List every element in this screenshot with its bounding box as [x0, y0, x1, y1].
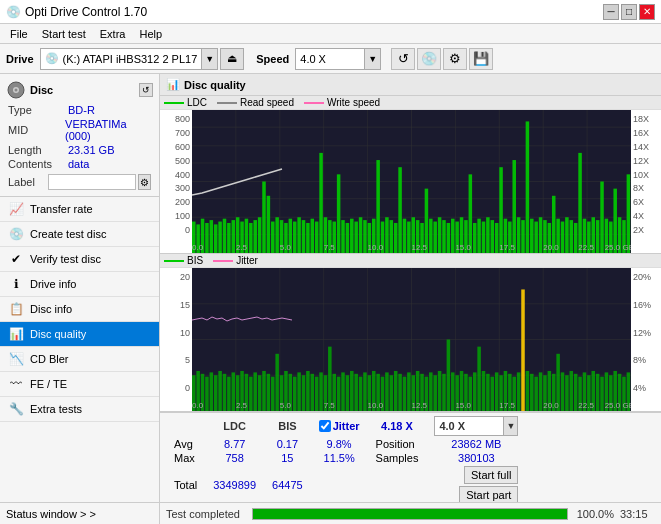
speed-label: Speed: [256, 53, 289, 65]
svg-rect-219: [521, 289, 525, 411]
svg-text:25.0 GB: 25.0 GB: [605, 243, 631, 252]
disc-quality-icon: 📊: [8, 326, 24, 342]
maximize-button[interactable]: □: [621, 4, 637, 20]
menu-help[interactable]: Help: [133, 28, 168, 40]
status-window-toggle[interactable]: Status window > >: [0, 502, 159, 524]
disc-length-label: Length: [8, 144, 68, 156]
close-button[interactable]: ✕: [639, 4, 655, 20]
speed-select-arrow[interactable]: ▼: [365, 48, 381, 70]
svg-rect-112: [596, 220, 600, 253]
save-icon[interactable]: 💾: [469, 48, 493, 70]
app-title: Opti Drive Control 1.70: [25, 5, 147, 19]
chart1-legend: LDC Read speed Write speed: [160, 96, 661, 110]
svg-rect-106: [570, 220, 574, 253]
minimize-button[interactable]: ─: [603, 4, 619, 20]
disc-title: Disc: [30, 84, 53, 96]
svg-rect-192: [403, 377, 407, 411]
stats-speed-select[interactable]: 4.0 X: [434, 416, 504, 436]
sidebar-item-verify-test-disc[interactable]: ✔ Verify test disc: [0, 247, 159, 272]
drive-select-arrow[interactable]: ▼: [202, 48, 218, 70]
eject-button[interactable]: ⏏: [220, 48, 244, 70]
svg-rect-183: [363, 372, 367, 411]
sidebar-item-cd-bler[interactable]: 📉 CD Bler: [0, 347, 159, 372]
sidebar-item-drive-info[interactable]: ℹ Drive info: [0, 272, 159, 297]
max-ldc: 758: [205, 451, 264, 465]
cd-bler-icon: 📉: [8, 351, 24, 367]
chart2-wrapper: 20 15 10 5 0: [160, 268, 661, 411]
svg-rect-33: [249, 223, 253, 253]
sidebar-item-transfer-rate[interactable]: 📈 Transfer rate: [0, 197, 159, 222]
svg-rect-74: [429, 219, 433, 253]
total-bis: 64475: [264, 465, 311, 505]
menu-extra[interactable]: Extra: [94, 28, 132, 40]
svg-rect-76: [438, 217, 442, 253]
svg-rect-177: [337, 377, 341, 411]
read-speed-line-color: [217, 102, 237, 104]
nav-transfer-rate-label: Transfer rate: [30, 203, 93, 215]
stats-max-row: Max 758 15 11.5% Samples 380103: [166, 451, 526, 465]
drive-select[interactable]: 💿 (K:) ATAPI iHBS312 2 PL17: [40, 48, 203, 70]
svg-rect-170: [306, 371, 310, 411]
svg-rect-86: [482, 222, 486, 253]
toolbar-icons: ↺ 💿 ⚙ 💾: [391, 48, 493, 70]
col-ldc-header: LDC: [205, 415, 264, 437]
svg-rect-58: [359, 217, 363, 253]
svg-text:0.0: 0.0: [192, 401, 204, 410]
start-full-button[interactable]: Start full: [464, 466, 518, 484]
svg-rect-75: [433, 222, 437, 253]
speed-select[interactable]: 4.0 X: [295, 48, 365, 70]
titlebar-controls: ─ □ ✕: [603, 4, 655, 20]
chart1-container: LDC Read speed Write speed 800 700 600 5…: [160, 96, 661, 254]
stats-speed-select-value: 4.0 X: [439, 420, 465, 432]
drive-label: Drive: [6, 53, 34, 65]
chart2-y-axis-left: 20 15 10 5 0: [160, 268, 192, 411]
legend-write-speed-label: Write speed: [327, 97, 380, 108]
refresh-icon[interactable]: ↺: [391, 48, 415, 70]
svg-rect-83: [469, 174, 473, 253]
disc-info-icon: 📋: [8, 301, 24, 317]
svg-rect-23: [205, 223, 209, 253]
menu-start-test[interactable]: Start test: [36, 28, 92, 40]
sidebar-item-disc-quality[interactable]: 📊 Disc quality: [0, 322, 159, 347]
settings-icon[interactable]: ⚙: [443, 48, 467, 70]
menubar: File Start test Extra Help: [0, 24, 661, 44]
jitter-checkbox[interactable]: [319, 420, 331, 432]
disc-icon[interactable]: 💿: [417, 48, 441, 70]
sidebar-item-disc-info[interactable]: 📋 Disc info: [0, 297, 159, 322]
svg-text:15.0: 15.0: [455, 243, 471, 252]
svg-rect-211: [486, 374, 490, 411]
svg-text:15.0: 15.0: [455, 401, 471, 410]
svg-rect-167: [293, 377, 297, 411]
svg-rect-44: [297, 217, 301, 253]
total-ldc: 3349899: [205, 465, 264, 505]
svg-text:10.0: 10.0: [368, 401, 384, 410]
disc-label-btn[interactable]: ⚙: [138, 174, 151, 190]
write-speed-line-color: [304, 102, 324, 104]
svg-rect-79: [451, 219, 455, 253]
legend-bis: BIS: [164, 255, 203, 266]
position-label: Position: [368, 437, 427, 451]
sidebar-item-fe-te[interactable]: 〰 FE / TE: [0, 372, 159, 397]
svg-rect-62: [376, 160, 380, 253]
chart2-y-axis-right: 20% 16% 12% 8% 4%: [631, 268, 661, 411]
svg-text:12.5: 12.5: [412, 401, 428, 410]
stats-speed-select-arrow[interactable]: ▼: [504, 416, 518, 436]
disc-section: Disc ↺ Type BD-R MID VERBATIMa (000) Len…: [0, 74, 159, 197]
chart1-svg: 0.0 2.5 5.0 7.5 10.0 12.5 15.0 17.5 20.0…: [192, 110, 631, 253]
sidebar: Disc ↺ Type BD-R MID VERBATIMa (000) Len…: [0, 74, 160, 524]
svg-rect-163: [275, 354, 279, 411]
svg-rect-105: [565, 217, 569, 253]
chart2-inner: 0.0 2.5 5.0 7.5 10.0 12.5 15.0 17.5 20.0…: [192, 268, 631, 411]
menu-file[interactable]: File: [4, 28, 34, 40]
svg-rect-46: [306, 223, 310, 253]
sidebar-item-extra-tests[interactable]: 🔧 Extra tests: [0, 397, 159, 422]
disc-refresh-icon[interactable]: ↺: [139, 83, 153, 97]
svg-rect-228: [561, 372, 565, 411]
chart1-wrapper: 800 700 600 500 400 300 200 100 0: [160, 110, 661, 253]
legend-jitter: Jitter: [213, 255, 258, 266]
disc-label-input[interactable]: [48, 174, 136, 190]
svg-rect-45: [302, 220, 306, 253]
svg-rect-193: [407, 372, 411, 411]
svg-rect-77: [442, 220, 446, 253]
sidebar-item-create-test-disc[interactable]: 💿 Create test disc: [0, 222, 159, 247]
